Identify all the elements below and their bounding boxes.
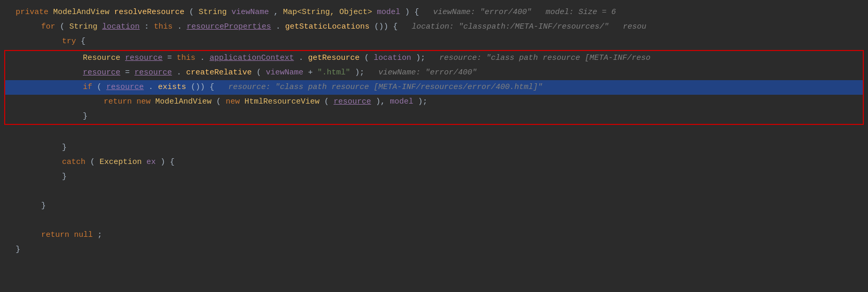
dot2: . <box>276 22 280 31</box>
paren10: ( <box>216 97 221 106</box>
method-exists: exists <box>158 83 186 92</box>
code-line-14: } <box>0 199 868 213</box>
colon: : <box>144 22 154 31</box>
code-line-15 <box>0 213 868 228</box>
code-line-11: catch ( Exception ex ) { <box>0 155 868 170</box>
var-model: model <box>377 8 400 17</box>
paren12: ), <box>376 97 390 106</box>
code-line-1: private ModelAndView resolveResource ( S… <box>0 5 868 20</box>
comment-resource2: resource: "class path resource [META-INF… <box>219 83 542 92</box>
comment-viewname: viewName: "error/400" model: Size = 6 <box>424 8 616 17</box>
type-htmlresourceview: HtmlResourceView <box>244 97 319 106</box>
brace-close-if: } <box>83 112 88 121</box>
keyword-this1: this <box>154 22 172 31</box>
var-resource3: resource <box>134 68 172 77</box>
paren6: ( <box>256 68 261 77</box>
code-line-2: for ( String location : this . resourceP… <box>0 20 868 34</box>
dot5: . <box>177 68 181 77</box>
assign2: = <box>125 68 134 77</box>
code-line-6: if ( resource . exists ()) { resource: "… <box>5 80 863 95</box>
keyword-new1: new <box>137 97 155 106</box>
code-line-16: return null ; <box>0 228 868 243</box>
type-string1: String <box>199 8 231 17</box>
code-line-13 <box>0 184 868 199</box>
var-viewname2: viewName <box>266 68 303 77</box>
plus: + <box>308 68 317 77</box>
comma1: , <box>274 8 283 17</box>
type-modelandview2: ModelAndView <box>155 97 212 106</box>
paren7: ); <box>355 68 369 77</box>
var-viewname: viewName <box>231 8 269 17</box>
code-line-10: } <box>0 141 868 155</box>
code-editor: private ModelAndView resolveResource ( S… <box>0 0 868 292</box>
brace-close-for: } <box>41 201 46 210</box>
keyword-private: private <box>16 8 53 17</box>
var-resource4: resource <box>106 83 144 92</box>
paren11: ( <box>324 97 329 106</box>
var-resource5: resource <box>333 97 371 106</box>
var-ex: ex <box>146 158 156 167</box>
type-map: Map<String, Object> <box>283 8 377 17</box>
keyword-if: if <box>83 83 97 92</box>
method-getresource: getResource <box>308 54 359 62</box>
var-location: location <box>102 22 140 31</box>
comment-location: location: "classpath:/META-INF/resources… <box>402 22 646 31</box>
brace-close-catch: } <box>62 172 67 181</box>
semicolon: ; <box>97 231 102 239</box>
code-line-3: try { <box>0 34 868 49</box>
brace-close-method: } <box>16 245 20 254</box>
type-string2: String <box>69 22 102 31</box>
keyword-catch: catch <box>62 158 90 167</box>
paren-open: ( <box>189 8 194 17</box>
brace-open: { <box>81 37 85 46</box>
keyword-return2: return <box>41 231 74 239</box>
dot4: . <box>299 54 303 62</box>
dot3: . <box>200 54 205 62</box>
code-line-9 <box>0 126 868 141</box>
code-line-5: resource = resource . createRelative ( v… <box>5 66 863 80</box>
debug-highlight-block: Resource resource = this . applicationCo… <box>4 50 864 125</box>
comment-viewname2: viewName: "error/400" <box>369 68 477 77</box>
var-appctx: applicationContext <box>209 54 294 62</box>
paren-close-brace: ) { <box>405 8 424 17</box>
var-resourceprops: resourceProperties <box>187 22 271 31</box>
code-line-4: Resource resource = this . applicationCo… <box>5 51 863 66</box>
code-line-8: } <box>5 109 863 124</box>
code-line-17: } <box>0 243 868 257</box>
paren4: ( <box>364 54 369 62</box>
type-resource1: Resource <box>83 54 125 62</box>
method-resolveresource: resolveResource <box>114 8 184 17</box>
assign1: = <box>167 54 177 62</box>
keyword-for: for <box>41 22 60 31</box>
paren13: ); <box>418 97 427 106</box>
paren2: ( <box>60 22 65 31</box>
type-modelandview: ModelAndView <box>53 8 114 17</box>
paren14: ( <box>90 158 95 167</box>
dot1: . <box>177 22 182 31</box>
var-resource2: resource <box>83 68 120 77</box>
var-resource1: resource <box>125 54 163 62</box>
comment-resource1: resource: "class path resource [META-INF… <box>430 54 650 62</box>
paren9: ()) { <box>191 83 219 92</box>
brace-close-try: } <box>62 143 67 152</box>
keyword-this2: this <box>177 54 195 62</box>
var-location2: location <box>374 54 411 62</box>
code-line-12: } <box>0 170 868 184</box>
dot6: . <box>148 83 153 92</box>
type-exception: Exception <box>100 158 146 167</box>
paren15: ) { <box>160 158 175 167</box>
var-model2: model <box>390 97 413 106</box>
paren8: ( <box>97 83 102 92</box>
method-getstatic: getStaticLocations <box>285 22 369 31</box>
parens3: ()) { <box>374 22 402 31</box>
keyword-return: return <box>104 97 137 106</box>
code-line-7: return new ModelAndView ( new HtmlResour… <box>5 95 863 109</box>
method-createrelative: createRelative <box>186 68 252 77</box>
paren5: ); <box>416 54 430 62</box>
keyword-null: null <box>74 231 93 239</box>
keyword-try: try <box>62 37 81 46</box>
str-html: ".html" <box>317 68 350 77</box>
keyword-new2: new <box>226 97 244 106</box>
